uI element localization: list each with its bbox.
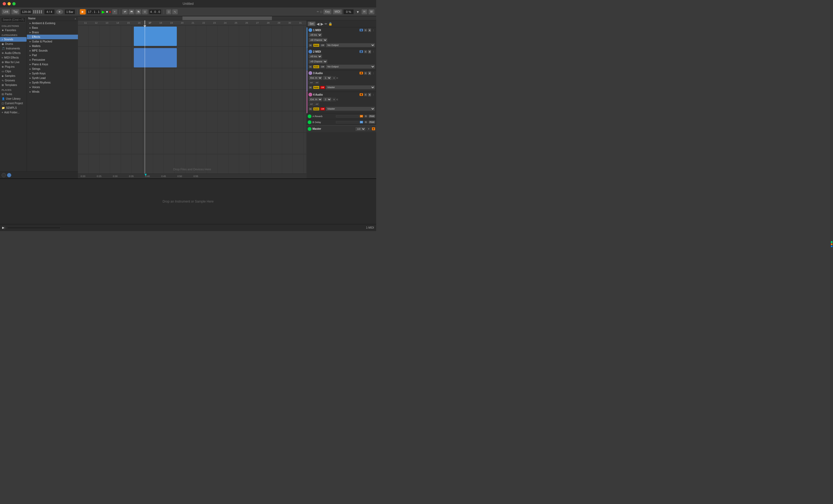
h-toggle[interactable]: H xyxy=(361,9,367,15)
master-fader[interactable] xyxy=(7,227,61,229)
track3-c-btn[interactable]: C xyxy=(336,77,338,79)
browser-item-15[interactable]: Winds xyxy=(27,90,78,94)
search-input[interactable] xyxy=(1,17,26,22)
track2-monitor-off[interactable]: Off xyxy=(320,65,325,69)
master-input-select[interactable]: 1/2 xyxy=(355,127,366,131)
status-play-button[interactable]: ▶ xyxy=(2,226,6,230)
track1-monitor-auto[interactable]: Auto xyxy=(313,44,319,47)
sidebar-item-drums[interactable]: ◉ Drums xyxy=(0,42,27,46)
close-button[interactable] xyxy=(3,2,6,5)
send-b-post-button[interactable]: Post xyxy=(369,121,375,124)
dropdown-arrow[interactable]: ▾ xyxy=(355,9,360,15)
track1-options[interactable]: ⋮ xyxy=(372,28,375,32)
tap-button[interactable]: Tap xyxy=(11,9,19,15)
track2-input-select[interactable]: All Ins xyxy=(308,54,322,58)
sidebar-item-sounds[interactable]: ♪ Sounds xyxy=(0,37,27,42)
arrangement-record-button[interactable]: ▶ xyxy=(80,9,86,15)
track4-monitor-in[interactable]: In xyxy=(308,107,312,111)
track1-channel-select[interactable]: All Channe xyxy=(308,38,328,42)
metronome-button[interactable]: ◉ xyxy=(56,9,64,15)
track2-monitor-auto[interactable]: Auto xyxy=(313,65,319,69)
minimize-button[interactable] xyxy=(7,2,11,5)
track4-sub-input[interactable]: 2 xyxy=(323,97,332,101)
track3-input-select[interactable]: Ext. In xyxy=(308,76,323,80)
time-signature[interactable]: 4 / 4 xyxy=(44,9,55,15)
play-button[interactable]: ▶ xyxy=(102,10,105,14)
sidebar-item-current-project[interactable]: ◻ Current Project xyxy=(0,101,27,105)
sidebar-item-favorites[interactable]: ★ Favorites xyxy=(0,28,27,32)
sidebar-item-instruments[interactable]: 🎵 Instruments xyxy=(0,46,27,51)
track2-channel-select[interactable]: All Channe xyxy=(308,59,328,64)
w-toggle[interactable]: W xyxy=(368,9,375,15)
track3-mute-button[interactable]: ● xyxy=(368,71,371,75)
send-b-bar[interactable] xyxy=(336,121,359,123)
track4-power-button[interactable] xyxy=(308,93,312,96)
record-button[interactable]: ● xyxy=(109,10,111,14)
send-a-post-button[interactable]: Post xyxy=(369,115,375,118)
sidebar-item-samples[interactable]: ◈ Samples xyxy=(0,74,27,78)
sidebar-item-max-for-live[interactable]: ⊛ Max for Live xyxy=(0,60,27,65)
sidebar-item-midi-effects[interactable]: ≈ MIDI Effects xyxy=(0,55,27,60)
draw-tool[interactable]: ✏ xyxy=(317,10,319,13)
automation-button[interactable]: ∿ xyxy=(172,9,178,15)
track3-monitor-in[interactable]: In xyxy=(308,86,312,89)
track3-output-select[interactable]: Master xyxy=(326,85,375,90)
browser-item-2[interactable]: Brass xyxy=(27,30,78,35)
end-position-display[interactable]: 4 . 0 . 0 xyxy=(149,9,162,15)
track4-mute-button[interactable]: ● xyxy=(368,93,371,96)
track4-output-select[interactable]: Master xyxy=(326,107,375,111)
browser-item-6[interactable]: MPE Sounds xyxy=(27,48,78,53)
midi-toggle[interactable]: MIDI xyxy=(333,9,342,15)
track2-clip[interactable] xyxy=(134,48,177,67)
sync-button[interactable]: ⊙ xyxy=(142,9,148,15)
midi-fx-button[interactable]: ⌻ xyxy=(166,9,171,15)
sidebar-item-audio-effects[interactable]: ≋ Audio Effects xyxy=(0,51,27,55)
send-a-power[interactable] xyxy=(308,115,311,118)
position-display[interactable]: 17 . 1 . 1 xyxy=(87,9,101,15)
send-a-s-button[interactable]: S xyxy=(364,115,367,118)
track1-mute-button[interactable]: ● xyxy=(368,28,371,32)
browser-item-11[interactable]: Synth Keys xyxy=(27,71,78,76)
track4-monitor-off[interactable]: Off xyxy=(320,107,325,111)
link-button[interactable]: Link xyxy=(2,9,10,15)
track1-power-button[interactable] xyxy=(308,28,312,32)
browser-item-9[interactable]: Piano & Keys xyxy=(27,62,78,67)
track3-options[interactable]: ⋮ xyxy=(372,71,375,75)
browser-item-4[interactable]: Guitar & Plucked xyxy=(27,39,78,44)
track4-input-select[interactable]: Ext. In xyxy=(308,97,323,101)
track2-power-button[interactable] xyxy=(308,50,312,53)
track2-solo-button[interactable]: S xyxy=(364,50,367,53)
track2-monitor-in[interactable]: In xyxy=(308,65,312,69)
punch-in-button[interactable]: ⬒ xyxy=(128,9,135,15)
track3-monitor-auto[interactable]: Auto xyxy=(313,86,319,89)
send-a-bar[interactable] xyxy=(336,115,359,117)
quantize-select[interactable]: 1 Bar xyxy=(65,9,75,15)
track1-clip[interactable] xyxy=(134,27,177,46)
track1-solo-button[interactable]: S xyxy=(364,28,367,32)
browser-item-0[interactable]: Ambient & Evolving xyxy=(27,21,78,26)
pencil-edit-button[interactable]: ✏ xyxy=(325,22,327,26)
sidebar-item-sempls[interactable]: 📁 SEMPLS xyxy=(0,105,27,110)
send-b-s-button[interactable]: S xyxy=(364,121,367,124)
browser-item-13[interactable]: Synth Rhythmic xyxy=(27,80,78,85)
next-scene-button[interactable]: ▶ xyxy=(320,22,324,26)
prev-scene-button[interactable]: ◀ xyxy=(316,22,319,26)
set-button[interactable]: Set xyxy=(308,22,315,26)
track4-monitor-auto[interactable]: Auto xyxy=(313,107,319,111)
browser-item-10[interactable]: Strings xyxy=(27,67,78,71)
maximize-button[interactable] xyxy=(13,2,16,5)
track1-monitor-off[interactable]: Off xyxy=(320,44,325,47)
track1-input-select[interactable]: All Ins xyxy=(308,33,322,37)
preview-icon[interactable] xyxy=(2,173,6,177)
track-grid[interactable]: Drop Files and Devices Here xyxy=(78,25,306,173)
loop-button[interactable]: ⇄ xyxy=(122,9,128,15)
add-button[interactable]: + xyxy=(112,9,117,15)
sidebar-item-clips[interactable]: ▭ Clips xyxy=(0,69,27,74)
select-tool[interactable]: ◻ xyxy=(320,10,322,13)
track2-mute-button[interactable]: ● xyxy=(368,50,371,53)
sidebar-item-templates[interactable]: ⊞ Templates xyxy=(0,83,27,87)
sidebar-item-grooves[interactable]: ∿ Grooves xyxy=(0,78,27,83)
sidebar-item-plugins[interactable]: ⊕ Plug-ins xyxy=(0,65,27,69)
browser-item-7[interactable]: Pad xyxy=(27,53,78,57)
sidebar-item-packs[interactable]: ⊟ Packs xyxy=(0,92,27,96)
